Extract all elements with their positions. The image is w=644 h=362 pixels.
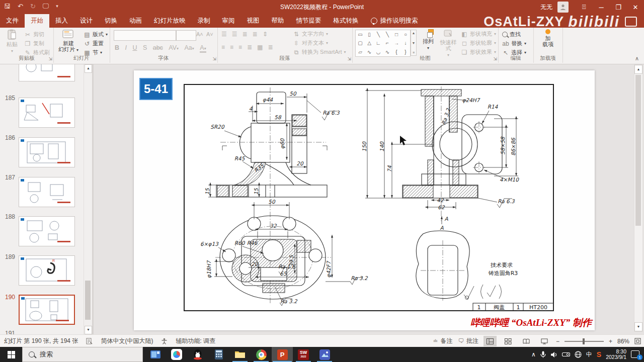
tab-design[interactable]: 设计 [74, 14, 99, 28]
shape-rounded-rect-icon[interactable]: ▢ [358, 40, 362, 46]
sidebar-scrollbar[interactable]: ▲ ▼ [84, 64, 92, 334]
shape-curve-icon[interactable]: ∿ [385, 49, 389, 55]
strikethrough-button[interactable]: abc [153, 44, 163, 51]
tab-animations[interactable]: 动画 [123, 14, 148, 28]
underline-button[interactable]: U [132, 44, 137, 51]
alignment-buttons[interactable]: ≡≡≡≣▦≣ [221, 44, 278, 51]
shape-textbox-icon[interactable]: ▭ [358, 32, 362, 37]
font-name-combo[interactable] [114, 30, 176, 41]
taskbar-file-explorer[interactable] [229, 347, 251, 362]
notes-button[interactable]: ≐ 备注 [432, 337, 452, 345]
taskbar-clock[interactable]: 8:30 2023/9/1 [606, 349, 626, 360]
quick-styles-button[interactable]: 快速样式▾ [438, 29, 459, 58]
copy-button[interactable]: ❐复制 [24, 40, 44, 47]
bold-button[interactable]: B [115, 44, 119, 51]
shape-triangle-icon[interactable]: △ [367, 40, 371, 46]
align-text-button[interactable]: ⇳对齐文本▾ [293, 39, 328, 47]
shrink-font-button[interactable]: A˅ [206, 31, 213, 37]
canvas-scroll-down-button[interactable]: ▼ [634, 322, 642, 331]
collapse-ribbon-icon[interactable]: ∧ [635, 55, 639, 62]
ime-indicator[interactable]: 中 [586, 350, 592, 359]
microphone-icon[interactable] [540, 351, 546, 358]
cut-button[interactable]: ✂剪切 [24, 31, 44, 38]
tab-record[interactable]: 录制 [192, 14, 216, 28]
action-center-icon[interactable]: 1 [631, 350, 641, 359]
shape-right-arrow-icon[interactable]: → [394, 40, 399, 46]
tab-insert[interactable]: 插入 [49, 14, 74, 28]
shape-fill-button[interactable]: ◧形状填充▾ [461, 30, 496, 38]
text-direction-button[interactable]: ⇅文字方向▾ [293, 30, 328, 38]
shape-arrow-icon[interactable]: ╲ [386, 32, 389, 37]
list-indent-buttons[interactable]: ☰☰≣≣⇕ [221, 31, 273, 38]
shape-oval-icon[interactable]: ○ [404, 32, 407, 37]
canvas-scroll-thumb[interactable] [635, 75, 641, 226]
accessibility-status[interactable]: 辅助功能: 调查 [176, 337, 215, 345]
shape-arc-icon[interactable]: ◡ [376, 49, 381, 55]
text-shadow-button[interactable]: S [143, 44, 147, 51]
shape-elbow-arrow-icon[interactable]: ⌐ [386, 40, 389, 46]
accessibility-icon[interactable] [161, 338, 168, 344]
arrange-button[interactable]: 排列▾ [420, 29, 437, 51]
sidebar-scroll-thumb[interactable] [85, 281, 91, 320]
network-globe-icon[interactable] [575, 351, 582, 358]
zoom-out-button[interactable]: − [556, 338, 559, 345]
taskbar-calculator-app[interactable] [208, 347, 229, 362]
fit-slide-icon[interactable] [634, 338, 641, 344]
reset-button[interactable]: ↺重置 [84, 40, 104, 47]
tab-review[interactable]: 审阅 [216, 14, 241, 28]
zoom-level[interactable]: 86% [617, 338, 629, 345]
slide-sorter-view-button[interactable] [502, 336, 515, 346]
find-button[interactable]: 查找 [502, 31, 521, 38]
shape-rect-icon[interactable]: □ [395, 32, 398, 37]
shapes-gallery-scrollbar[interactable]: ▲▼≡ [411, 30, 417, 56]
paragraph-dialog-launcher[interactable]: ⇲ [347, 56, 351, 61]
slide-thumbnail[interactable]: R [19, 255, 75, 286]
tell-me-search[interactable]: 操作说明搜索 [365, 14, 424, 28]
shape-elbow-icon[interactable]: ∟ [376, 40, 381, 46]
tab-transitions[interactable]: 切换 [99, 14, 123, 28]
clipboard-dialog-launcher[interactable]: ⇲ [48, 56, 52, 61]
taskbar-search-box[interactable]: 搜索 [22, 347, 143, 362]
replace-button[interactable]: ab替换▾ [502, 40, 526, 47]
slide-editing-area[interactable]: 技术要求 铸造圆角R3 1 阀盖 1 [134, 70, 595, 330]
normal-view-button[interactable] [484, 336, 497, 346]
taskbar-solidworks-app[interactable]: SW2022 [293, 347, 314, 362]
tab-storyboard[interactable]: 情节提要 [290, 14, 328, 28]
character-spacing-button[interactable]: AV▾ [169, 44, 179, 51]
addins-button[interactable]: 加载项 [539, 29, 557, 47]
shape-brace-left-icon[interactable]: { [395, 49, 397, 55]
speaker-icon[interactable] [550, 351, 557, 358]
minimize-button[interactable]: ─ [593, 0, 610, 14]
sogou-icon[interactable]: S [597, 350, 601, 358]
language-indicator[interactable]: 简体中文(中国大陆) [101, 337, 153, 345]
taskbar-netdisk-app[interactable] [166, 347, 187, 362]
canvas-scroll-up-button[interactable]: ▲ [634, 65, 642, 74]
slide-thumbnail[interactable] [19, 137, 75, 167]
taskbar-browser-app[interactable]: e [251, 347, 272, 362]
font-size-combo[interactable] [176, 30, 196, 41]
taskbar-widget-app[interactable] [145, 347, 166, 362]
shape-down-arrow-icon[interactable]: ↓ [405, 40, 407, 46]
tab-help[interactable]: 帮助 [266, 14, 290, 28]
slideshow-view-button[interactable] [538, 336, 551, 346]
shape-scribble-icon[interactable]: ∿ [367, 49, 371, 55]
user-name[interactable]: 无无 [535, 3, 557, 12]
font-color-button[interactable]: A▾ [200, 44, 206, 53]
tab-view[interactable]: 视图 [241, 14, 266, 28]
paste-button[interactable]: 粘贴▾ [3, 29, 21, 54]
new-slide-button[interactable]: 新建幻灯片 ▾ [57, 29, 79, 53]
taskbar-photos-app[interactable] [314, 347, 335, 362]
tab-file[interactable]: 文件 [0, 14, 25, 28]
sidebar-scroll-up-button[interactable]: ▲ [85, 64, 92, 73]
font-dialog-launcher[interactable]: ⇲ [212, 56, 216, 61]
zoom-slider[interactable] [565, 341, 604, 342]
slide-thumbnail[interactable] [19, 98, 75, 128]
zoom-in-button[interactable]: + [609, 338, 612, 345]
change-case-button[interactable]: Aa▾ [185, 44, 194, 51]
tray-expand-icon[interactable]: ∧ [531, 351, 536, 358]
canvas-scrollbar[interactable]: ▲ ▼ [634, 64, 643, 332]
sidebar-scroll-down-button[interactable]: ▼ [85, 326, 92, 334]
close-button[interactable]: ✕ [627, 0, 644, 14]
drawing-dialog-launcher[interactable]: ⇲ [493, 56, 497, 61]
shape-vertical-textbox-icon[interactable]: ▯ [368, 32, 371, 37]
